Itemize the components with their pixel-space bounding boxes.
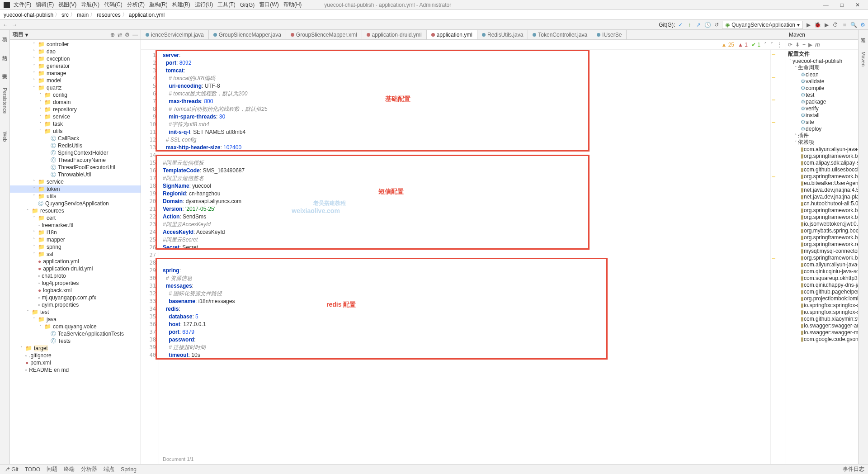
tool-maven[interactable]: Maven xyxy=(861,52,866,66)
menu-item[interactable]: 导航(N) xyxy=(81,1,99,9)
bt-spring[interactable]: Spring xyxy=(121,466,137,473)
maven-dep[interactable]: ▮ io.jsonwebtoken:jjwt:0.9.1 xyxy=(786,220,858,227)
maven-dep[interactable]: ▮ com.aliyun:aliyun-java-sdk- xyxy=(786,146,858,152)
maven-goal[interactable]: ⚙ package xyxy=(786,98,858,105)
crumb-active[interactable]: application.yml xyxy=(129,12,165,18)
forward-icon[interactable]: → xyxy=(11,21,18,28)
editor-tab[interactable]: GroupSlienceMapper.java xyxy=(209,30,286,40)
tree-item[interactable]: ˃📁controller xyxy=(10,41,141,48)
tree-item[interactable]: ⒸCallBack xyxy=(10,135,141,142)
tree-item[interactable]: ˃📁exception xyxy=(10,55,141,62)
close-icon[interactable]: ✕ xyxy=(855,2,860,8)
maven-dep[interactable]: ▮ com.aliyun:aliyun-java-sdk- xyxy=(786,261,858,268)
tree-item[interactable]: ⒸThrowableUtil xyxy=(10,171,141,178)
tree-item[interactable]: ˃📁manage xyxy=(10,70,141,77)
maven-dep[interactable]: ▮ org.springframework.boot xyxy=(786,173,858,180)
maximize-icon[interactable]: □ xyxy=(840,2,844,8)
back-icon[interactable]: ← xyxy=(2,21,9,28)
tree-item[interactable]: ●application.yml xyxy=(10,258,141,265)
tree-item[interactable]: ˃📁domain xyxy=(10,99,141,106)
rp-proj[interactable]: ˅yuecool-chat-publish xyxy=(786,57,858,64)
maven-dep[interactable]: ▮ io.swagger:swagger-mode xyxy=(786,329,858,336)
expand-icon[interactable]: ⇄ xyxy=(118,32,122,38)
collapse-icon[interactable]: ⊕ xyxy=(110,32,115,38)
tree-item[interactable]: ˅📁test xyxy=(10,308,141,316)
menu-item[interactable]: 帮助(H) xyxy=(283,1,302,9)
project-tree[interactable]: ˃📁controller˃📁dao˃📁exception˃📁generator˃… xyxy=(10,40,141,374)
maven-dep[interactable]: ▮ com.qiniu:qiniu-java-sdk:7. xyxy=(786,268,858,275)
editor-tab[interactable]: GroupSlienceMapper.xml xyxy=(286,30,362,40)
maven-dep[interactable]: ▮ net.java.dev.jna:jna-platfor xyxy=(786,193,858,200)
run-icon[interactable]: ▶ xyxy=(805,21,812,28)
git-commit-icon[interactable]: ↑ xyxy=(686,21,693,28)
menu-item[interactable]: 分析(Z) xyxy=(127,1,145,9)
maven-goal[interactable]: ⚙ clean xyxy=(786,71,858,78)
maven-dep[interactable]: ▮ org.springframework.boot xyxy=(786,213,858,220)
editor-tab[interactable]: application.yml xyxy=(427,30,477,40)
crumb[interactable]: main xyxy=(77,12,89,18)
tree-item[interactable]: ˃📁i18n xyxy=(10,229,141,236)
tree-item[interactable]: ▫mj.quyangapp.com.pfx xyxy=(10,294,141,301)
code-editor[interactable]: server: port: 8092 tomcat: # tomcat的URI编… xyxy=(159,50,770,464)
git-update-icon[interactable]: ✓ xyxy=(677,21,684,28)
rp-conf[interactable]: 配置文件 xyxy=(786,51,858,57)
chevron-up-icon[interactable]: ˄ xyxy=(764,42,767,48)
tree-item[interactable]: ▫qyim.properties xyxy=(10,301,141,308)
maven-dep[interactable]: ▮ com.github.ulisesbocchio:ja xyxy=(786,166,858,173)
debug-icon[interactable]: 🐞 xyxy=(814,21,821,28)
tree-item[interactable]: ˃📁ssl xyxy=(10,251,141,258)
crumb[interactable]: resources xyxy=(97,12,121,18)
coverage-icon[interactable]: ▶ xyxy=(823,21,830,28)
maven-goal[interactable]: ⚙ validate xyxy=(786,78,858,85)
tree-item[interactable]: ˃📁cert xyxy=(10,214,141,222)
tree-item[interactable]: ˃📁model xyxy=(10,77,141,84)
editor-expand-icon[interactable] xyxy=(776,50,786,464)
plus-icon[interactable]: + xyxy=(802,42,806,48)
bt-terminal[interactable]: 终端 xyxy=(64,465,75,473)
tree-item[interactable]: ⒸThreadPoolExecutorUtil xyxy=(10,164,141,171)
tool-persistence[interactable]: Persistence xyxy=(2,88,8,114)
tree-item[interactable]: ⒸTests xyxy=(10,337,141,345)
bt-profiler[interactable]: 分析器 xyxy=(81,465,97,473)
minimize-icon[interactable]: — xyxy=(823,2,829,8)
maven-dep[interactable]: ▮ org.springframework.boot xyxy=(786,152,858,159)
bt-todo[interactable]: TODO xyxy=(25,466,40,473)
download-icon[interactable]: ⬇ xyxy=(795,42,800,48)
maven-dep[interactable]: ▮ org.springframework.boot xyxy=(786,254,858,261)
maven-goal[interactable]: ⚙ site xyxy=(786,118,858,125)
tree-item[interactable]: ˅📁java xyxy=(10,316,141,323)
tree-item[interactable]: ˃📁task xyxy=(10,120,141,128)
maven-dep[interactable]: ▮ mysql:mysql-connector-jav xyxy=(786,247,858,254)
rp-life[interactable]: ˅生命周期 xyxy=(786,64,858,71)
editor-tab[interactable]: TokenController.java xyxy=(528,30,592,40)
tree-item[interactable]: ▫.gitignore xyxy=(10,352,141,359)
play-m-icon[interactable]: ▶ xyxy=(808,42,812,48)
settings-icon[interactable]: ⚙ xyxy=(859,21,866,28)
bt-git[interactable]: ⎇ Git xyxy=(4,466,19,473)
maven-dep[interactable]: ▮ eu.bitwalker:UserAgentUtils xyxy=(786,180,858,186)
tree-item[interactable]: ˃📁dao xyxy=(10,48,141,55)
rp-deps[interactable]: ˅依赖项 xyxy=(786,139,858,146)
tree-item[interactable]: ˅📁com.quyang.voice xyxy=(10,323,141,330)
minimap[interactable] xyxy=(770,50,776,464)
tree-item[interactable]: ˃📁mapper xyxy=(10,236,141,243)
tree-item[interactable]: ●pom.xml xyxy=(10,359,141,366)
maven-dep[interactable]: ▮ org.springframework.boot xyxy=(786,234,858,241)
refresh-icon[interactable]: ⟳ xyxy=(788,42,793,48)
tree-item[interactable]: ˃📁repository xyxy=(10,106,141,113)
tree-item[interactable]: ˃📁config xyxy=(10,91,141,99)
tree-item[interactable]: ⒸRedisUtils xyxy=(10,142,141,149)
stop-icon[interactable]: ■ xyxy=(841,21,848,28)
crumb[interactable]: src xyxy=(61,12,69,18)
tree-item[interactable]: ˃📁generator xyxy=(10,62,141,70)
menu-item[interactable]: 编辑(E) xyxy=(36,1,54,9)
maven-dep[interactable]: ▮ com.github.pagehelper:pag xyxy=(786,288,858,295)
menu-item[interactable]: 运行(U) xyxy=(195,1,213,9)
editor-tab[interactable]: application-druid.yml xyxy=(362,30,427,40)
maven-dep[interactable]: ▮ org.mybatis.spring.boot:my xyxy=(786,227,858,234)
maven-goal[interactable]: ⚙ deploy xyxy=(786,125,858,132)
maven-dep[interactable]: ▮ io.springfox:springfox-swa xyxy=(786,302,858,308)
tree-item[interactable]: ˃📁spring xyxy=(10,243,141,251)
maven-dep[interactable]: ▮ com.squareup.okhttp3:okh xyxy=(786,275,858,281)
hide-icon[interactable]: — xyxy=(132,32,138,38)
